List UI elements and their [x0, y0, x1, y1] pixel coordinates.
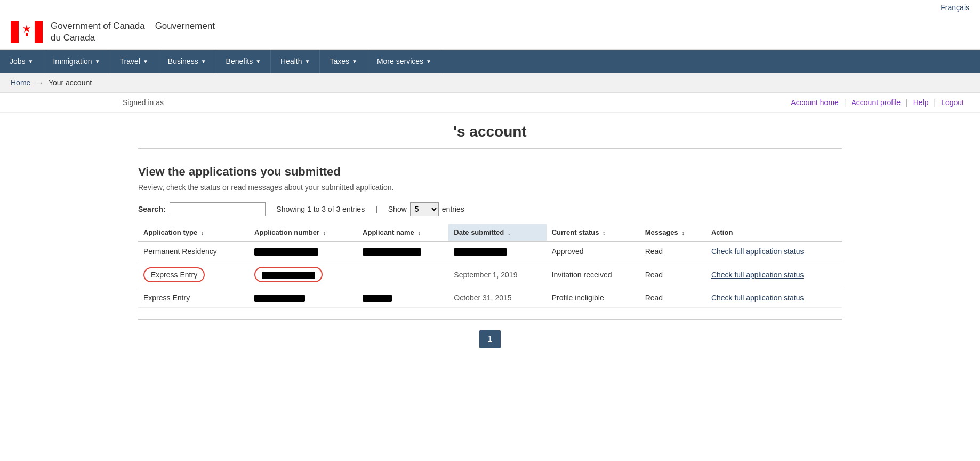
app-number-cell: [249, 241, 357, 261]
entries-label: entries: [442, 205, 464, 213]
nav-jobs[interactable]: Jobs ▼: [0, 50, 43, 73]
jobs-dropdown-icon: ▼: [28, 59, 34, 65]
svg-rect-2: [35, 21, 43, 43]
date-text-row2: September 1, 2019: [454, 271, 517, 279]
circled-app-type: Express Entry: [143, 267, 205, 282]
circled-app-number: [254, 267, 323, 282]
messages-sort-icon[interactable]: ↕: [681, 229, 685, 236]
breadcrumb-separator: →: [36, 78, 43, 87]
account-profile-link[interactable]: Account profile: [851, 98, 901, 107]
section-title: View the applications you submitted: [138, 165, 842, 179]
col-app-type[interactable]: Application type ↕: [138, 224, 249, 241]
app-type-cell: Express Entry: [138, 288, 249, 307]
redacted-app-number-row3: [254, 295, 305, 302]
canada-flag-icon: [11, 21, 43, 43]
messages-cell: Read: [640, 241, 706, 261]
redacted-app-number-circled: [262, 272, 315, 279]
col-action: Action: [706, 224, 842, 241]
status-cell: Invitation received: [547, 261, 640, 288]
app-number-cell: [249, 288, 357, 307]
app-type-cell: Permanent Residency: [138, 241, 249, 261]
signed-in-label: Signed in as: [123, 98, 164, 107]
table-row: Permanent Residency Approved Read Check …: [138, 241, 842, 261]
check-status-link-row2[interactable]: Check full application status: [711, 271, 804, 279]
applicant-name-cell: [357, 241, 448, 261]
table-bottom-border: [138, 319, 842, 320]
col-current-status[interactable]: Current status ↕: [547, 224, 640, 241]
nav-taxes[interactable]: Taxes ▼: [320, 50, 367, 73]
redacted-applicant-name-row3: [363, 295, 392, 302]
messages-cell: Read: [640, 261, 706, 288]
date-sort-icon[interactable]: ↓: [508, 229, 511, 236]
breadcrumb-home-link[interactable]: Home: [11, 78, 30, 87]
app-type-sort-icon[interactable]: ↕: [201, 229, 204, 236]
date-cell: October 31, 2015: [448, 288, 546, 307]
show-label-text: |: [375, 205, 377, 213]
nav-immigration[interactable]: Immigration ▼: [43, 50, 110, 73]
logout-link[interactable]: Logout: [941, 98, 964, 107]
breadcrumb: Home → Your account: [0, 73, 980, 93]
app-number-sort-icon[interactable]: ↕: [323, 229, 326, 236]
date-cell: September 1, 2019: [448, 261, 546, 288]
site-header: Government of Canada Gouvernementdu Cana…: [0, 15, 980, 50]
health-dropdown-icon: ▼: [305, 59, 310, 65]
search-input[interactable]: [170, 202, 266, 216]
section-desc: Review, check the status or read message…: [138, 183, 842, 192]
app-type-cell: Express Entry: [138, 261, 249, 288]
taxes-dropdown-icon: ▼: [352, 59, 357, 65]
language-bar: Français: [0, 0, 980, 15]
entries-per-page-select[interactable]: 5 10 25 50 100: [410, 202, 439, 216]
col-applicant-name[interactable]: Applicant name ↕: [357, 224, 448, 241]
help-link[interactable]: Help: [913, 98, 929, 107]
applications-table: Application type ↕ Application number ↕ …: [138, 224, 842, 308]
check-status-link-row1[interactable]: Check full application status: [711, 247, 804, 256]
nav-business[interactable]: Business ▼: [158, 50, 216, 73]
page-1-button[interactable]: 1: [479, 330, 501, 348]
nav-benefits[interactable]: Benefits ▼: [216, 50, 271, 73]
action-cell: Check full application status: [706, 261, 842, 288]
account-home-link[interactable]: Account home: [791, 98, 839, 107]
immigration-dropdown-icon: ▼: [95, 59, 100, 65]
page-title: 's account: [138, 123, 842, 149]
main-nav: Jobs ▼ Immigration ▼ Travel ▼ Business ▼…: [0, 50, 980, 73]
french-link[interactable]: Français: [941, 3, 969, 12]
nav-more-services[interactable]: More services ▼: [367, 50, 441, 73]
status-cell: Profile ineligible: [547, 288, 640, 307]
more-services-dropdown-icon: ▼: [426, 59, 431, 65]
col-messages[interactable]: Messages ↕: [640, 224, 706, 241]
show-label: Show: [388, 205, 407, 213]
svg-rect-0: [11, 21, 19, 43]
applicant-name-sort-icon[interactable]: ↕: [417, 229, 421, 236]
status-cell: Approved: [547, 241, 640, 261]
action-cell: Check full application status: [706, 241, 842, 261]
main-content: 's account View the applications you sub…: [117, 113, 863, 380]
action-cell: Check full application status: [706, 288, 842, 307]
travel-dropdown-icon: ▼: [143, 59, 148, 65]
table-controls: Search: Showing 1 to 3 of 3 entries | Sh…: [138, 202, 842, 216]
app-number-cell: [249, 261, 357, 288]
check-status-link-row3[interactable]: Check full application status: [711, 293, 804, 302]
nav-health[interactable]: Health ▼: [271, 50, 320, 73]
search-label: Search:: [138, 205, 165, 213]
applicant-name-cell: [357, 261, 448, 288]
account-bar: Signed in as Account home | Account prof…: [0, 93, 980, 113]
site-title: Government of Canada Gouvernementdu Cana…: [51, 20, 215, 44]
table-row: Express Entry October 31, 2015 Profile i…: [138, 288, 842, 307]
svg-rect-4: [26, 33, 28, 36]
table-row: Express Entry September 1, 2019 Invitati…: [138, 261, 842, 288]
breadcrumb-current: Your account: [49, 78, 92, 87]
col-date-submitted[interactable]: Date submitted ↓: [448, 224, 546, 241]
date-cell: [448, 241, 546, 261]
redacted-date: [454, 248, 507, 256]
show-group: Show 5 10 25 50 100 entries: [388, 202, 464, 216]
date-text-row3: October 31, 2015: [454, 293, 511, 302]
status-sort-icon[interactable]: ↕: [603, 229, 606, 236]
redacted-app-number: [254, 248, 318, 256]
redacted-applicant-name: [363, 248, 421, 256]
applicant-name-cell: [357, 288, 448, 307]
messages-cell: Read: [640, 288, 706, 307]
nav-travel[interactable]: Travel ▼: [110, 50, 158, 73]
col-app-number[interactable]: Application number ↕: [249, 224, 357, 241]
search-group: Search:: [138, 202, 266, 216]
showing-text: Showing 1 to 3 of 3 entries: [276, 205, 365, 213]
